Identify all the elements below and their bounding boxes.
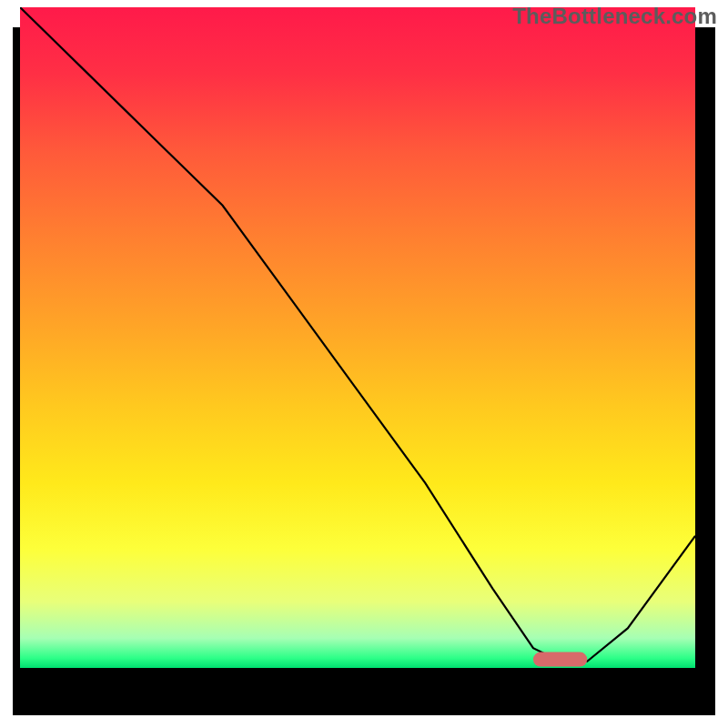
watermark-text: TheBottleneck.com (512, 4, 717, 29)
optimal-range-marker (533, 652, 587, 667)
chart-frame: TheBottleneck.com (0, 0, 728, 728)
plot-area (20, 7, 695, 668)
chart-svg (20, 7, 695, 668)
